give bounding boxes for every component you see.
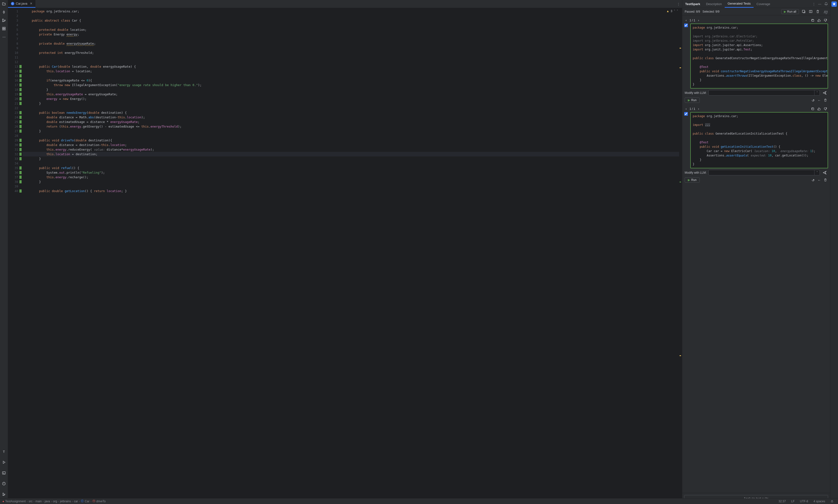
testspark-title: TestSpark — [682, 0, 703, 8]
reset-icon[interactable] — [811, 178, 815, 182]
thumbs-down-icon[interactable] — [823, 107, 827, 111]
warning-icon: ▲ — [666, 10, 669, 13]
inspection-up-icon[interactable]: ˄ — [674, 10, 675, 13]
run-all-button[interactable]: ▶ Run all — [781, 9, 799, 14]
delete-test-icon[interactable] — [823, 98, 827, 102]
test-checkbox[interactable] — [684, 23, 688, 27]
back-icon[interactable]: ← — [817, 98, 821, 103]
modify-dropdown-icon[interactable]: ˅ — [815, 90, 820, 95]
svg-point-11 — [3, 493, 4, 494]
delete-test-icon[interactable] — [823, 178, 827, 182]
toggle-icon[interactable] — [808, 9, 813, 14]
play-icon: ▶ — [784, 10, 786, 13]
notifications-icon[interactable] — [824, 2, 828, 6]
test-checkbox[interactable] — [684, 112, 688, 116]
right-toolbar — [830, 0, 838, 504]
editor-tabs: C Car.java ✕ ⋮ — [8, 0, 682, 8]
inspection-widget[interactable]: ▲ 3 ˄ ˅ — [666, 10, 678, 13]
prev-test-icon[interactable]: ‹ — [685, 107, 688, 111]
model-logo-icon: ɱ — [823, 9, 827, 14]
left-toolbar: ⋯ T — [0, 0, 8, 504]
svg-marker-8 — [3, 461, 5, 464]
back-icon[interactable]: ← — [817, 178, 821, 182]
delete-all-icon[interactable] — [816, 9, 820, 14]
breadcrumbs[interactable]: ● TestAssignment › src › main › java › o… — [2, 499, 106, 503]
line-separator[interactable]: LF — [789, 500, 797, 503]
gutter: 123◉456789101112131415161718192021222324… — [8, 8, 22, 504]
tests-list: ‹ 1 / 1 › package org.jetbrains.car; imp… — [682, 15, 830, 493]
testspark-panel: TestSpark Description Generated Tests Co… — [682, 0, 830, 504]
send-icon[interactable] — [822, 170, 827, 175]
warning-count: 3 — [671, 10, 672, 13]
svg-point-1 — [2, 19, 3, 20]
thumbs-up-icon[interactable] — [817, 18, 821, 22]
close-tab-icon[interactable]: ✕ — [30, 2, 33, 5]
test-nav-counter: 1 / 1 — [690, 19, 695, 22]
modify-dropdown-icon[interactable]: ˅ — [815, 170, 820, 175]
svg-rect-18 — [831, 501, 833, 502]
more-icon[interactable]: ⋯ — [1, 34, 6, 39]
selected-count: Selected: 9/9 — [702, 10, 719, 13]
prev-test-icon[interactable]: ‹ — [685, 18, 688, 22]
next-test-icon[interactable]: › — [697, 107, 700, 111]
passed-count: Passed: 8/9 — [685, 10, 700, 13]
svg-rect-5 — [4, 27, 5, 29]
tab-generated-tests[interactable]: Generated Tests — [725, 0, 753, 8]
java-class-icon: C — [11, 2, 14, 5]
svg-point-2 — [2, 21, 3, 22]
modify-input[interactable] — [709, 90, 815, 95]
file-tab[interactable]: C Car.java ✕ — [8, 0, 35, 8]
svg-rect-7 — [4, 29, 5, 30]
problems-icon[interactable] — [1, 481, 6, 486]
panel-options-icon[interactable]: ⋮ — [812, 2, 816, 6]
reset-icon[interactable] — [811, 98, 815, 102]
test-code[interactable]: package org.jetbrains.car; import ... pu… — [690, 112, 828, 168]
run-test-button[interactable]: ▶Run — [685, 177, 700, 183]
thumbs-up-icon[interactable] — [817, 107, 821, 111]
test-card: ‹ 1 / 1 › package org.jetbrains.car; imp… — [684, 106, 828, 183]
encoding[interactable]: UTF-8 — [798, 500, 810, 503]
modify-input[interactable] — [709, 170, 815, 175]
copy-icon[interactable] — [810, 18, 815, 22]
test-code[interactable]: package org.jetbrains.car; import org.je… — [690, 23, 828, 89]
send-icon[interactable] — [822, 90, 827, 95]
tab-filename: Car.java — [16, 2, 28, 5]
svg-rect-17 — [812, 108, 814, 110]
inspection-down-icon[interactable]: ˅ — [677, 10, 678, 13]
test-nav-counter: 1 / 1 — [690, 107, 695, 111]
run-tool-icon[interactable] — [1, 460, 6, 465]
structure-icon[interactable] — [1, 26, 6, 31]
tab-more-icon[interactable]: ⋮ — [677, 2, 680, 6]
tab-description[interactable]: Description — [703, 0, 725, 8]
testspark-tabs: TestSpark Description Generated Tests Co… — [682, 0, 830, 8]
text-tool-icon[interactable]: T — [1, 449, 6, 454]
svg-rect-6 — [2, 29, 4, 30]
svg-rect-14 — [802, 10, 804, 12]
run-test-button[interactable]: ▶Run — [685, 97, 700, 103]
code-area[interactable]: package org.jetbrains.car; public abstra… — [22, 8, 679, 504]
terminal-icon[interactable] — [1, 470, 6, 475]
svg-rect-16 — [812, 20, 814, 22]
indent[interactable]: 4 spaces — [812, 500, 827, 503]
status-bar: ● TestAssignment › src › main › java › o… — [0, 498, 838, 504]
commit-icon[interactable] — [1, 10, 6, 15]
panel-minimize-icon[interactable]: — — [818, 2, 821, 6]
thumbs-down-icon[interactable] — [823, 18, 827, 22]
svg-point-0 — [3, 12, 5, 13]
editor[interactable]: ▲ 3 ˄ ˅ 123◉4567891011121314151617181920… — [8, 8, 682, 504]
readonly-icon[interactable] — [828, 500, 836, 503]
caret-position[interactable]: 32:37 — [777, 500, 788, 503]
test-card: ‹ 1 / 1 › package org.jetbrains.car; imp… — [684, 17, 828, 103]
next-test-icon[interactable]: › — [697, 18, 700, 22]
test-stats-bar: Passed: 8/9 Selected: 9/9 ▶ Run all ɱ — [682, 8, 830, 15]
testspark-tool-icon[interactable] — [832, 1, 837, 7]
project-icon[interactable] — [1, 1, 6, 6]
select-all-icon[interactable] — [801, 9, 806, 14]
copy-icon[interactable] — [810, 107, 815, 111]
git-icon[interactable] — [1, 492, 6, 497]
tab-coverage[interactable]: Coverage — [753, 0, 773, 8]
modify-label: Modify with LLM: — [685, 171, 707, 174]
modify-label: Modify with LLM: — [685, 91, 707, 95]
vcs-icon[interactable] — [1, 18, 6, 23]
error-stripe[interactable] — [679, 8, 682, 504]
